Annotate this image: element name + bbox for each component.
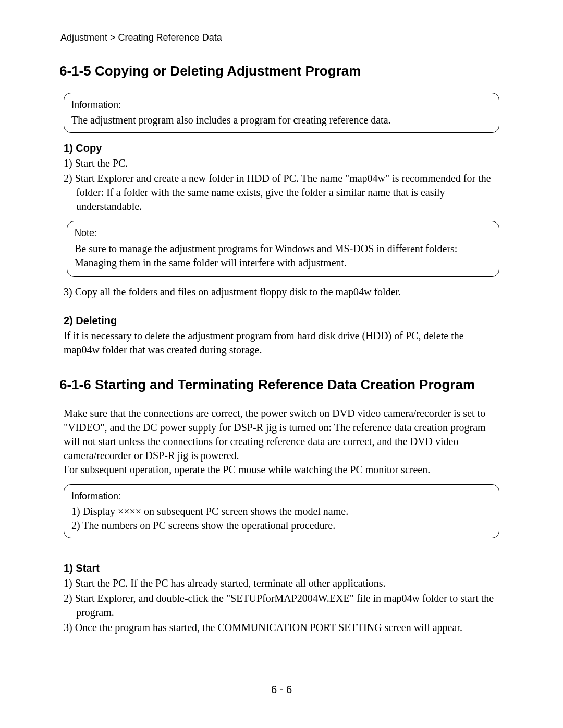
note-body: Be sure to manage the adjustment program… <box>75 243 457 268</box>
intro-paragraph-2: For subsequent operation, operate the PC… <box>64 463 501 477</box>
information-line-1: 1) Display ×××× on subsequent PC screen … <box>71 504 492 519</box>
copy-steps: 1) Start the PC. 2) Start Explorer and c… <box>64 156 501 214</box>
start-steps: 1) Start the PC. If the PC has already s… <box>64 576 501 635</box>
list-item: 1) Start the PC. <box>64 156 501 170</box>
deleting-text: If it is necessary to delete the adjustm… <box>64 329 501 357</box>
note-label: Note: <box>75 227 492 239</box>
information-label: Information: <box>71 490 492 502</box>
deleting-body: If it is necessary to delete the adjustm… <box>64 329 501 357</box>
list-item: 2) Start Explorer and create a new folde… <box>64 171 501 214</box>
information-box-2: Information: 1) Display ×××× on subseque… <box>64 484 499 538</box>
note-box: Note: Be sure to manage the adjustment p… <box>67 221 499 276</box>
list-item: 3) Once the program has started, the COM… <box>64 621 501 635</box>
information-body: The adjustment program also includes a p… <box>71 114 391 126</box>
document-page: Adjustment > Creating Reference Data 6-1… <box>0 0 563 728</box>
intro-paragraph-1: Make sure that the connections are corre… <box>64 406 501 463</box>
list-item: 3) Copy all the folders and files on adj… <box>64 285 501 299</box>
list-item: 2) Start Explorer, and double-click the … <box>64 591 501 620</box>
intro-6-1-6: Make sure that the connections are corre… <box>64 406 501 477</box>
breadcrumb: Adjustment > Creating Reference Data <box>60 32 501 43</box>
subheading-start: 1) Start <box>64 562 501 574</box>
subheading-copy: 1) Copy <box>64 142 501 154</box>
list-item: 1) Start the PC. If the PC has already s… <box>64 576 501 590</box>
page-number: 6 - 6 <box>0 684 563 696</box>
information-label: Information: <box>71 98 492 111</box>
heading-6-1-5: 6-1-5 Copying or Deleting Adjustment Pro… <box>59 63 501 79</box>
information-line-2: 2) The numbers on PC screens show the op… <box>71 519 492 533</box>
information-box: Information: The adjustment program also… <box>64 93 499 133</box>
copy-steps-cont: 3) Copy all the folders and files on adj… <box>64 285 501 299</box>
subheading-deleting: 2) Deleting <box>64 315 501 327</box>
heading-6-1-6: 6-1-6 Starting and Terminating Reference… <box>59 377 501 393</box>
